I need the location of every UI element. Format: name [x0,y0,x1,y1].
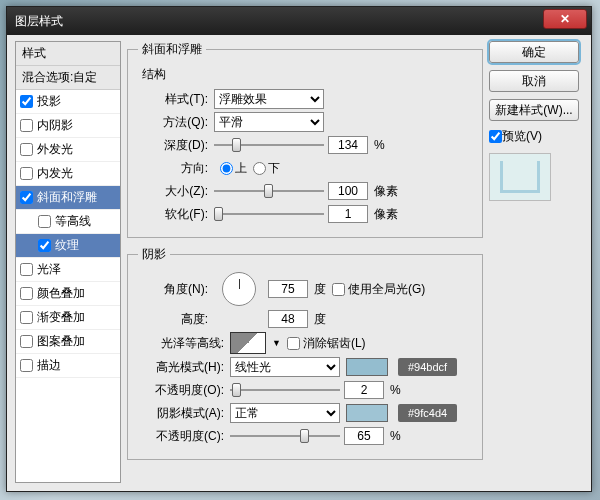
preview-label: 预览(V) [502,128,542,145]
panel-title: 斜面和浮雕 [138,41,206,58]
highlight-mode-select[interactable]: 线性光 [230,357,340,377]
antialias-checkbox[interactable] [287,337,300,350]
shadow-opacity-unit: % [390,429,401,443]
sidebar-checkbox-0[interactable] [20,95,33,108]
sidebar-checkbox-4[interactable] [20,191,33,204]
sidebar-label-6: 纹理 [55,237,79,254]
sidebar-checkbox-10[interactable] [20,335,33,348]
sidebar-item-2[interactable]: 外发光 [16,138,120,162]
soften-input[interactable] [328,205,368,223]
sidebar-label-9: 渐变叠加 [37,309,85,326]
layer-style-dialog: 图层样式 ✕ 样式 混合选项:自定 投影内阴影外发光内发光斜面和浮雕等高线纹理光… [6,6,592,492]
shadow-fieldset: 阴影 角度(N): 度 使用全局光(G) 高度: [127,246,483,460]
highlight-opacity-input[interactable] [344,381,384,399]
sidebar-checkbox-11[interactable] [20,359,33,372]
sidebar-item-11[interactable]: 描边 [16,354,120,378]
size-input[interactable] [328,182,368,200]
sidebar-item-10[interactable]: 图案叠加 [16,330,120,354]
method-select[interactable]: 平滑 [214,112,324,132]
direction-down-radio[interactable] [253,162,266,175]
direction-down-label: 下 [268,160,280,177]
sidebar-label-8: 颜色叠加 [37,285,85,302]
sidebar-checkbox-3[interactable] [20,167,33,180]
shadow-opacity-slider[interactable] [230,428,340,444]
sidebar-item-4[interactable]: 斜面和浮雕 [16,186,120,210]
new-style-button[interactable]: 新建样式(W)... [489,99,579,121]
depth-unit: % [374,138,385,152]
sidebar-checkbox-1[interactable] [20,119,33,132]
shadow-color-swatch[interactable] [346,404,388,422]
sidebar-item-0[interactable]: 投影 [16,90,120,114]
altitude-unit: 度 [314,311,326,328]
highlight-opacity-slider[interactable] [230,382,340,398]
sidebar-label-11: 描边 [37,357,61,374]
sidebar-checkbox-6[interactable] [38,239,51,252]
sidebar-item-6[interactable]: 纹理 [16,234,120,258]
sidebar-checkbox-9[interactable] [20,311,33,324]
close-icon: ✕ [560,12,570,26]
direction-up-radio[interactable] [220,162,233,175]
sidebar-item-9[interactable]: 渐变叠加 [16,306,120,330]
sidebar-item-7[interactable]: 光泽 [16,258,120,282]
close-button[interactable]: ✕ [543,9,587,29]
shadow-group-label: 阴影 [138,246,170,263]
shadow-opacity-input[interactable] [344,427,384,445]
global-light-checkbox[interactable] [332,283,345,296]
preview-checkbox[interactable] [489,130,502,143]
sidebar-label-7: 光泽 [37,261,61,278]
highlight-mode-label: 高光模式(H): [138,359,224,376]
method-label: 方法(Q): [138,114,208,131]
shadow-mode-select[interactable]: 正常 [230,403,340,423]
direction-label: 方向: [138,160,208,177]
depth-slider[interactable] [214,137,324,153]
soften-unit: 像素 [374,206,398,223]
soften-label: 软化(F): [138,206,208,223]
depth-input[interactable] [328,136,368,154]
size-unit: 像素 [374,183,398,200]
blend-options[interactable]: 混合选项:自定 [16,66,120,90]
global-light-label: 使用全局光(G) [348,281,425,298]
altitude-label: 高度: [138,311,208,328]
angle-unit: 度 [314,281,326,298]
preview-thumbnail [489,153,551,201]
style-label: 样式(T): [138,91,208,108]
sidebar-label-10: 图案叠加 [37,333,85,350]
highlight-color-swatch[interactable] [346,358,388,376]
shadow-opacity-label: 不透明度(C): [138,428,224,445]
styles-sidebar: 样式 混合选项:自定 投影内阴影外发光内发光斜面和浮雕等高线纹理光泽颜色叠加渐变… [15,41,121,483]
titlebar[interactable]: 图层样式 ✕ [7,7,591,35]
cancel-button[interactable]: 取消 [489,70,579,92]
size-label: 大小(Z): [138,183,208,200]
sidebar-label-0: 投影 [37,93,61,110]
highlight-color-tag: #94bdcf [398,358,457,376]
sidebar-checkbox-8[interactable] [20,287,33,300]
sidebar-label-1: 内阴影 [37,117,73,134]
sidebar-label-3: 内发光 [37,165,73,182]
sidebar-item-8[interactable]: 颜色叠加 [16,282,120,306]
sidebar-checkbox-7[interactable] [20,263,33,276]
gloss-contour-picker[interactable] [230,332,266,354]
bevel-fieldset: 斜面和浮雕 结构 样式(T): 浮雕效果 方法(Q): 平滑 深度(D): % [127,41,483,238]
altitude-input[interactable] [268,310,308,328]
main-panel: 斜面和浮雕 结构 样式(T): 浮雕效果 方法(Q): 平滑 深度(D): % [127,41,483,483]
size-slider[interactable] [214,183,324,199]
sidebar-item-1[interactable]: 内阴影 [16,114,120,138]
sidebar-item-3[interactable]: 内发光 [16,162,120,186]
window-title: 图层样式 [15,13,583,30]
sidebar-label-4: 斜面和浮雕 [37,189,97,206]
angle-control[interactable] [222,272,256,306]
angle-input[interactable] [268,280,308,298]
shadow-mode-label: 阴影模式(A): [138,405,224,422]
chevron-down-icon[interactable]: ▼ [272,338,281,348]
sidebar-item-5[interactable]: 等高线 [16,210,120,234]
right-panel: 确定 取消 新建样式(W)... 预览(V) [489,41,583,201]
sidebar-label-2: 外发光 [37,141,73,158]
highlight-opacity-unit: % [390,383,401,397]
style-select[interactable]: 浮雕效果 [214,89,324,109]
sidebar-checkbox-2[interactable] [20,143,33,156]
highlight-opacity-label: 不透明度(O): [138,382,224,399]
sidebar-checkbox-5[interactable] [38,215,51,228]
soften-slider[interactable] [214,206,324,222]
ok-button[interactable]: 确定 [489,41,579,63]
gloss-contour-label: 光泽等高线: [138,335,224,352]
